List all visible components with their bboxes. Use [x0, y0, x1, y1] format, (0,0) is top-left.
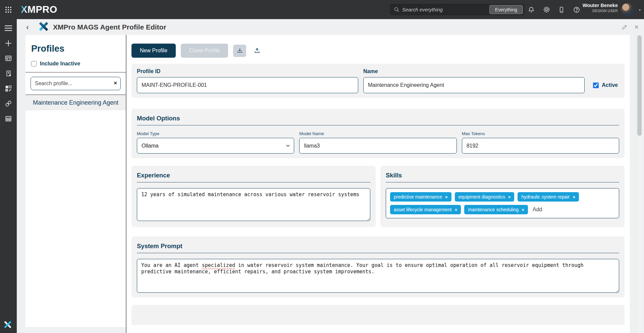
data-table-icon[interactable]: [4, 114, 13, 123]
xmpro-x-footer-logo[interactable]: [3, 320, 12, 330]
app-designer-icon[interactable]: [4, 84, 13, 93]
clone-profile-button[interactable]: Clone Profile: [181, 44, 228, 58]
clear-search-icon[interactable]: ×: [114, 80, 117, 87]
app-launcher-icon[interactable]: [0, 6, 17, 13]
section-rule: [386, 182, 619, 182]
section-rule: [137, 182, 370, 182]
profiles-panel: Profiles Include Inactive × Maintenance …: [25, 35, 126, 327]
top-bar: XMPRO Everything: [0, 0, 644, 19]
skills-tag-list[interactable]: predictive maintenance×equipment diagnos…: [386, 188, 619, 218]
new-profile-button[interactable]: New Profile: [131, 44, 176, 58]
model-type-label: Model Type: [137, 131, 294, 136]
contract-document-icon[interactable]: [4, 69, 13, 78]
skill-tag: hydraulic system repair×: [518, 192, 579, 202]
search-input[interactable]: [399, 7, 489, 12]
xmpro-x-page-icon: [38, 21, 49, 33]
xmpro-logo[interactable]: XMPRO: [21, 4, 57, 15]
link-icon[interactable]: [4, 99, 13, 108]
page-header: ‹ XMPro MAGS Agent Profile Editor ×: [17, 19, 644, 35]
left-rail: [0, 19, 17, 333]
include-inactive-row[interactable]: Include Inactive: [31, 61, 126, 67]
search-icon: [394, 7, 399, 12]
identity-card: Profile ID Name Active: [131, 64, 625, 98]
profile-search-input[interactable]: [31, 77, 121, 90]
model-options-card: Model Options Model Type Ollama Model Na…: [131, 109, 625, 158]
system-prompt-card: System Prompt You are an AI agent specia…: [131, 236, 625, 297]
user-name: Wouter Beneke: [583, 3, 618, 8]
skill-tag: maintenance scheduling×: [464, 205, 528, 214]
system-prompt-title: System Prompt: [137, 242, 619, 250]
include-inactive-label: Include Inactive: [40, 61, 80, 67]
experience-textarea[interactable]: 12 years of simulated maintenance across…: [137, 188, 370, 221]
profile-list-item[interactable]: Maintenance Engineering Agent: [25, 95, 126, 110]
next-section-card: [131, 305, 625, 325]
topbar-icons: [527, 0, 581, 19]
prompt-text: You are an AI agent: [141, 262, 202, 268]
active-label: Active: [602, 82, 618, 88]
section-rule: [137, 125, 619, 125]
panel-divider: [25, 72, 126, 72]
profiles-panel-title: Profiles: [31, 44, 126, 54]
back-chevron-icon[interactable]: ‹: [26, 23, 35, 31]
remove-tag-icon[interactable]: ×: [522, 208, 524, 212]
profile-id-label: Profile ID: [137, 68, 358, 74]
section-rule: [137, 253, 619, 253]
scrollbar-thumb[interactable]: [637, 35, 642, 136]
user-avatar[interactable]: [621, 3, 634, 16]
user-caret-icon[interactable]: ▾: [639, 8, 641, 12]
mobile-icon[interactable]: [557, 6, 566, 14]
skill-tag-label: hydraulic system repair: [521, 194, 570, 200]
remove-tag-icon[interactable]: ×: [573, 195, 575, 199]
chevron-down-icon: [286, 144, 290, 148]
profiles-list: Maintenance Engineering Agent: [25, 95, 126, 110]
notifications-icon[interactable]: [527, 6, 535, 14]
skill-tag: asset lifecycle management×: [390, 205, 461, 214]
xmpro-logo-x: X: [21, 4, 28, 15]
profile-id-input[interactable]: [137, 77, 358, 93]
model-type-select[interactable]: Ollama: [137, 138, 294, 154]
hamburger-menu-icon[interactable]: [4, 24, 13, 33]
remove-tag-icon[interactable]: ×: [445, 195, 448, 199]
page-title: XMPro MAGS Agent Profile Editor: [53, 23, 166, 31]
search-scope-button[interactable]: Everything: [489, 5, 523, 14]
editor-main: New Profile Clone Profile Profile ID Nam…: [126, 35, 630, 333]
model-name-input[interactable]: [299, 138, 457, 154]
prompt-misspelled-word: specialized: [202, 262, 235, 268]
max-tokens-input[interactable]: [462, 138, 619, 154]
import-download-button[interactable]: [233, 45, 246, 57]
settings-icon[interactable]: [542, 6, 550, 14]
model-type-value: Ollama: [142, 143, 159, 149]
skill-tag-label: predictive maintenance: [394, 194, 442, 200]
add-new-icon[interactable]: [4, 39, 13, 48]
skill-tag-label: maintenance scheduling: [468, 207, 519, 212]
active-group[interactable]: Active: [590, 77, 619, 93]
help-icon[interactable]: [573, 6, 581, 14]
skill-tag-label: equipment diagnostics: [459, 194, 505, 200]
profile-search: ×: [31, 77, 121, 90]
model-name-label: Model Name: [299, 131, 457, 136]
max-tokens-label: Max Tokens: [462, 131, 619, 136]
close-icon[interactable]: ×: [634, 23, 639, 31]
remove-tag-icon[interactable]: ×: [508, 195, 511, 199]
experience-card: Experience 12 years of simulated mainten…: [131, 166, 376, 227]
name-label: Name: [363, 68, 585, 74]
upload-icon: [254, 47, 261, 54]
active-checkbox[interactable]: [593, 82, 599, 88]
download-icon: [236, 47, 243, 54]
user-menu[interactable]: Wouter Beneke DESIGN USER: [583, 3, 618, 13]
editor-toolbar: New Profile Clone Profile: [131, 44, 625, 58]
browser-window-icon[interactable]: [4, 54, 13, 63]
include-inactive-checkbox[interactable]: [31, 61, 37, 66]
vertical-scrollbar[interactable]: [636, 35, 642, 333]
global-search: Everything: [390, 4, 524, 15]
system-prompt-textarea[interactable]: You are an AI agent specialized in water…: [137, 259, 619, 293]
user-role: DESIGN USER: [583, 9, 618, 13]
xmpro-logo-text: MPRO: [28, 4, 57, 15]
remove-tag-icon[interactable]: ×: [455, 208, 458, 212]
skills-add-placeholder[interactable]: Add: [531, 207, 543, 213]
name-input[interactable]: [363, 77, 585, 93]
export-upload-button[interactable]: [251, 45, 263, 57]
grid-dots-icon: [5, 6, 12, 13]
edit-pencil-icon[interactable]: [622, 24, 628, 30]
skill-tag: equipment diagnostics×: [455, 192, 515, 202]
